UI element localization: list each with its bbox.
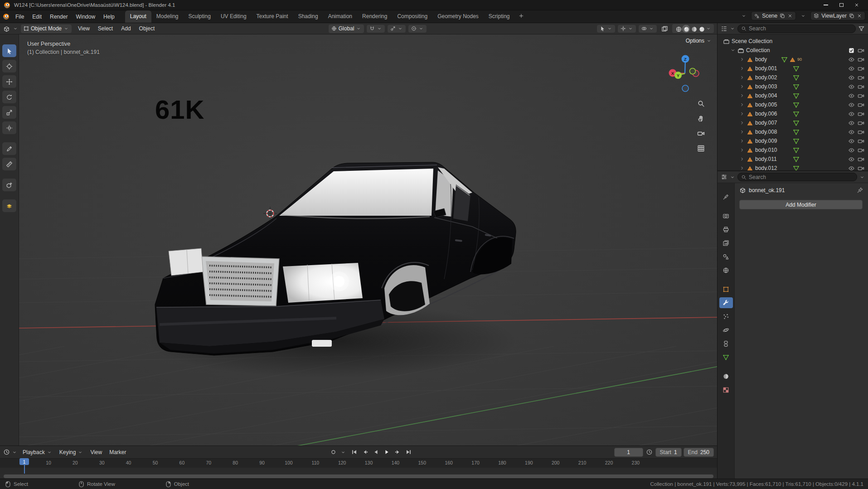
tool-cursor[interactable]: [2, 60, 16, 73]
scene-browse-icon[interactable]: [741, 13, 747, 19]
tool-add-cube[interactable]: [2, 179, 16, 191]
menu-file[interactable]: File: [11, 12, 28, 22]
props-tab-material[interactable]: [719, 371, 733, 382]
auto-keying-button[interactable]: [329, 448, 339, 457]
workspace-tab-uv-editing[interactable]: UV Editing: [216, 10, 252, 23]
workspace-tab-rendering[interactable]: Rendering: [357, 10, 392, 23]
props-tab-world[interactable]: [719, 265, 733, 276]
add-workspace-button[interactable]: [515, 11, 528, 22]
properties-editor-icon[interactable]: [721, 174, 727, 180]
end-frame-field[interactable]: End 250: [684, 448, 714, 457]
outliner-row-body-007[interactable]: body.007: [718, 118, 868, 127]
editor-type-chevron-icon[interactable]: [730, 174, 735, 180]
playhead[interactable]: 1: [19, 458, 29, 465]
editor-type-chevron-icon[interactable]: [730, 26, 735, 31]
editor-type-chevron-icon[interactable]: [12, 450, 17, 455]
scene-selector[interactable]: Scene: [751, 11, 796, 20]
mode-selector[interactable]: Object Mode: [21, 24, 72, 33]
overlays-toggle[interactable]: [639, 25, 657, 33]
app-menu-button[interactable]: [3, 13, 10, 20]
timeline-track[interactable]: [0, 468, 717, 474]
snap-target-selector[interactable]: [388, 25, 406, 33]
filter-icon[interactable]: [858, 25, 865, 32]
zoom-button[interactable]: [695, 98, 706, 109]
outliner-row-body[interactable]: body90: [718, 55, 868, 64]
new-viewlayer-icon[interactable]: [849, 13, 854, 19]
options-dropdown[interactable]: Options: [686, 38, 712, 44]
menu-edit[interactable]: Edit: [28, 12, 46, 22]
rendered-shading-button[interactable]: [698, 25, 705, 32]
remove-viewlayer-icon[interactable]: [857, 13, 862, 19]
timeline-menu-view[interactable]: View: [87, 448, 106, 457]
blender-logo-icon[interactable]: [4, 2, 10, 9]
tool-move[interactable]: [2, 75, 16, 88]
editor-type-chevron-icon[interactable]: [13, 26, 18, 31]
outliner-row-body-002[interactable]: body.002: [718, 73, 868, 82]
play-button[interactable]: [382, 448, 392, 457]
props-tab-tool[interactable]: [719, 191, 733, 202]
options-chevron-icon[interactable]: [859, 174, 865, 180]
timeline-ruler[interactable]: 1020304050607080901001101201301401501601…: [0, 458, 717, 468]
outliner-search-input[interactable]: Search: [737, 24, 856, 33]
outliner-editor-icon[interactable]: [721, 25, 727, 32]
props-tab-constraints[interactable]: [719, 338, 733, 349]
outliner-row-body-003[interactable]: body.003: [718, 82, 868, 91]
outliner-row-body-010[interactable]: body.010: [718, 145, 868, 155]
props-tab-particles[interactable]: [719, 311, 733, 322]
timeline-editor-icon[interactable]: [3, 449, 10, 455]
tool-scale[interactable]: [2, 106, 16, 119]
jump-to-start-button[interactable]: [349, 448, 359, 457]
pan-button[interactable]: [695, 113, 706, 124]
menu-render[interactable]: Render: [46, 12, 72, 22]
vp-menu-object[interactable]: Object: [136, 24, 159, 33]
props-tab-object[interactable]: [719, 284, 733, 295]
outliner-row-body-012[interactable]: body.012: [718, 164, 868, 170]
workspace-tab-layout[interactable]: Layout: [125, 10, 151, 23]
play-reverse-button[interactable]: [371, 448, 381, 457]
navigation-gizmo[interactable]: Z X Y: [660, 46, 710, 96]
props-tab-output[interactable]: [719, 224, 733, 235]
frame-range-icon[interactable]: [646, 449, 653, 455]
menu-help[interactable]: Help: [99, 12, 119, 22]
outliner-row-body-011[interactable]: body.011: [718, 155, 868, 164]
timeline-menu-playback[interactable]: Playback: [19, 448, 56, 457]
tool-annotate[interactable]: [2, 142, 16, 155]
tool-select-box[interactable]: [2, 44, 16, 57]
ortho-toggle-button[interactable]: [695, 143, 706, 154]
timeline-menu-marker[interactable]: Marker: [106, 448, 130, 457]
outliner-row-body-001[interactable]: body.001: [718, 64, 868, 73]
outliner-row-scene-collection[interactable]: Scene Collection: [718, 37, 868, 46]
prev-keyframe-button[interactable]: [360, 448, 370, 457]
outliner-row-body-005[interactable]: body.005: [718, 100, 868, 109]
unlink-scene-icon[interactable]: [787, 13, 793, 19]
outliner-row-body-008[interactable]: body.008: [718, 127, 868, 136]
props-tab-texture[interactable]: [719, 384, 733, 395]
workspace-tab-sculpting[interactable]: Sculpting: [184, 10, 216, 23]
outliner-row-collection[interactable]: Collection: [718, 46, 868, 55]
orientation-selector[interactable]: Global: [329, 24, 364, 33]
tool-transform[interactable]: [2, 121, 16, 134]
wireframe-shading-button[interactable]: [675, 25, 682, 32]
vp-menu-add[interactable]: Add: [117, 24, 134, 33]
props-tab-physics[interactable]: [719, 324, 733, 335]
proportional-editing-toggle[interactable]: [408, 25, 427, 33]
xray-toggle[interactable]: [659, 24, 669, 33]
viewlayer-browse-icon[interactable]: [800, 13, 806, 19]
properties-search-input[interactable]: Search: [737, 173, 857, 181]
solid-shading-button[interactable]: [683, 25, 689, 32]
timeline-scrollbar[interactable]: [4, 474, 713, 478]
current-frame-field[interactable]: 1: [614, 448, 643, 457]
next-keyframe-button[interactable]: [393, 448, 403, 457]
outliner-row-body-009[interactable]: body.009: [718, 136, 868, 145]
minimize-button[interactable]: [818, 0, 834, 10]
new-scene-icon[interactable]: [780, 13, 785, 19]
material-shading-button[interactable]: [690, 25, 697, 32]
timeline-menu-keying[interactable]: Keying: [56, 448, 87, 457]
gizmos-toggle[interactable]: [618, 25, 636, 33]
start-frame-field[interactable]: Start 1: [655, 448, 682, 457]
vp-menu-view[interactable]: View: [74, 24, 93, 33]
pin-icon[interactable]: [857, 187, 863, 194]
menu-window[interactable]: Window: [72, 12, 99, 22]
workspace-tab-shading[interactable]: Shading: [293, 10, 323, 23]
outliner-row-body-006[interactable]: body.006: [718, 109, 868, 118]
